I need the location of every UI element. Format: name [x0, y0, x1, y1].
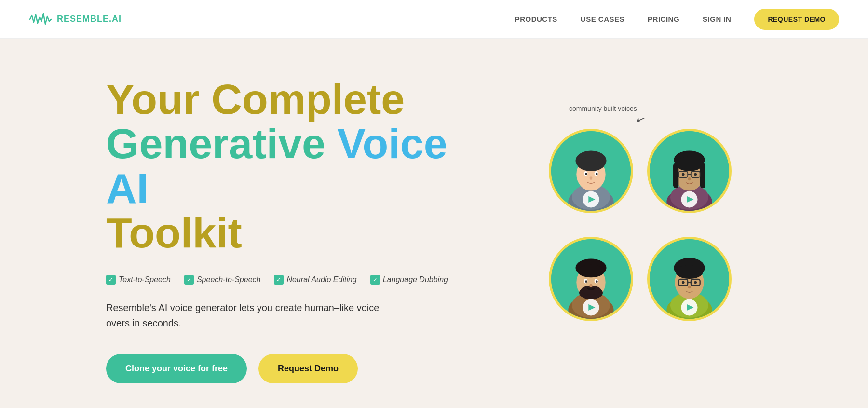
hero-content: Your Complete Generative Voice AI Toolki… [106, 77, 473, 383]
svg-point-22 [676, 157, 703, 171]
feature-sts: ✓ Speech-to-Speech [184, 275, 261, 285]
title-line1: Your Complete [106, 75, 405, 123]
logo[interactable]: RESEMBLE.AI [29, 13, 122, 26]
logo-wave-icon [29, 13, 52, 26]
svg-point-58 [694, 281, 697, 284]
svg-point-27 [694, 173, 697, 176]
hero-features: ✓ Text-to-Speech ✓ Speech-to-Speech ✓ Ne… [106, 275, 473, 285]
svg-point-57 [682, 281, 685, 284]
clone-voice-button[interactable]: Clone your voice for free [106, 354, 247, 383]
avatar-4[interactable] [647, 237, 732, 321]
nav-request-demo-button[interactable]: REQUEST DEMO [754, 9, 839, 30]
svg-point-59 [688, 286, 691, 289]
avatar-grid [540, 129, 743, 333]
svg-point-26 [682, 173, 685, 176]
hero-description: Resemble's AI voice generator lets you c… [106, 300, 395, 331]
hero-title: Your Complete Generative Voice AI Toolki… [106, 77, 473, 256]
avatar-3-illustration [551, 237, 631, 321]
svg-point-44 [589, 284, 593, 288]
community-arrow-icon: ↙ [635, 112, 647, 127]
feature-nae: ✓ Neural Audio Editing [274, 275, 356, 285]
svg-point-28 [688, 177, 691, 181]
avatar-cluster: community built voices ↙ [540, 105, 743, 355]
avatar-4-illustration [650, 237, 729, 321]
nav-links: PRODUCTS USE CASES PRICING SIGN IN REQUE… [515, 9, 839, 30]
svg-point-37 [577, 265, 605, 277]
svg-point-53 [676, 265, 703, 279]
check-icon-ld: ✓ [370, 275, 380, 285]
svg-point-42 [585, 281, 587, 283]
svg-point-9 [585, 173, 587, 176]
nav-pricing[interactable]: PRICING [648, 15, 679, 23]
avatar-3[interactable] [549, 237, 633, 321]
avatar-2[interactable] [647, 129, 732, 213]
svg-point-10 [596, 173, 598, 176]
title-line3: Toolkit [106, 209, 242, 257]
feature-ld-label: Language Dubbing [383, 275, 448, 284]
check-icon-nae: ✓ [274, 275, 284, 285]
feature-ld: ✓ Language Dubbing [370, 275, 448, 285]
title-line2-teal: Generative [106, 120, 326, 167]
hero-request-demo-button[interactable]: Request Demo [258, 354, 358, 383]
nav-sign-in[interactable]: SIGN IN [703, 15, 731, 23]
feature-tts-label: Text-to-Speech [119, 275, 171, 284]
svg-point-43 [596, 281, 598, 283]
hero-buttons: Clone your voice for free Request Demo [106, 354, 473, 383]
svg-point-11 [590, 177, 593, 180]
navigation: RESEMBLE.AI PRODUCTS USE CASES PRICING S… [0, 0, 868, 39]
check-icon-tts: ✓ [106, 275, 116, 285]
feature-nae-label: Neural Audio Editing [286, 275, 356, 284]
svg-point-6 [577, 157, 605, 171]
community-label: community built voices [569, 105, 637, 112]
nav-use-cases[interactable]: USE CASES [581, 15, 624, 23]
logo-text: RESEMBLE.AI [57, 14, 122, 24]
avatar-2-illustration [650, 129, 729, 213]
feature-tts: ✓ Text-to-Speech [106, 275, 171, 285]
avatar-1[interactable] [549, 129, 633, 213]
hero-section: Your Complete Generative Voice AI Toolki… [0, 39, 868, 408]
avatar-1-illustration [551, 129, 631, 213]
check-icon-sts: ✓ [184, 275, 194, 285]
nav-products[interactable]: PRODUCTS [515, 15, 557, 23]
feature-sts-label: Speech-to-Speech [197, 275, 261, 284]
